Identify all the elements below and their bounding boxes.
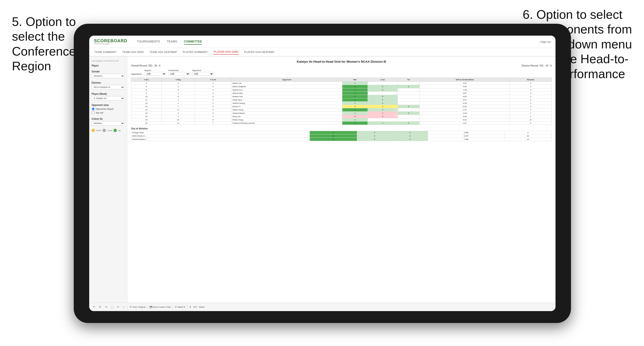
toolbar-undo[interactable]: ↩	[92, 305, 96, 309]
table-cell: -3.00	[420, 102, 510, 105]
table-cell: 3	[510, 92, 552, 95]
sidebar-colour-select[interactable]: Win/loss	[92, 121, 125, 125]
nav-tab-tournaments[interactable]: TOURNAMENTS	[137, 39, 160, 45]
sidebar-division-select[interactable]: NCAA Division III	[92, 85, 125, 89]
table-cell: 1	[342, 88, 368, 92]
sidebar-opponent-radio-1[interactable]	[92, 107, 95, 110]
legend-label-level: Level	[107, 129, 112, 132]
table-cell: 1	[342, 82, 368, 85]
toolbar-grid[interactable]: ⬚	[110, 305, 114, 309]
sidebar-opponent-radio-2[interactable]	[92, 111, 95, 114]
table-cell: 2	[342, 105, 368, 108]
toolbar-view-original[interactable]: 👁 View: Original	[130, 306, 146, 308]
nav-tab-committee[interactable]: COMMITTEE	[184, 39, 202, 45]
table-cell: 7	[195, 122, 232, 125]
sidebar-player-rank-select[interactable]: 8. Katelyn Vo	[92, 96, 125, 100]
sub-nav-team-summary[interactable]: TEAM SUMMARY	[94, 50, 117, 54]
sidebar-opponent-option-2[interactable]: Top 100	[92, 111, 125, 114]
table-cell: 0.30	[420, 118, 510, 122]
table-cell: 1	[342, 112, 368, 115]
table-cell: Emily Chang	[231, 118, 342, 122]
grid-title: Katelyn Vo Head-to-Head Grid for Women's…	[131, 60, 552, 63]
toolbar-redo[interactable]: ↪	[104, 305, 108, 309]
table-cell: 4	[510, 108, 552, 112]
table-cell: 1	[162, 92, 195, 95]
sidebar-gender-label: Gender	[92, 70, 125, 73]
region-filter-select[interactable]: (All)	[145, 72, 166, 76]
table-row: 522Alexis Sudjianto1004.003	[131, 85, 552, 88]
table-cell: 1.50	[420, 82, 510, 85]
grid-content: Katelyn Vo Head-to-Head Grid for Women's…	[127, 56, 556, 311]
table-row: 331Esther Lee11.504	[131, 82, 552, 85]
table-cell: Euna Lee	[231, 115, 342, 118]
table-cell: Eunice Yi	[231, 105, 342, 108]
table-cell: 1	[342, 108, 368, 112]
toolbar-sep-4	[187, 305, 188, 309]
sidebar-division-section: Division NCAA Division III	[92, 81, 125, 89]
table-cell: 0	[398, 112, 420, 115]
nav-tab-teams[interactable]: TEAMS	[167, 39, 177, 45]
sidebar-opponent-option-1[interactable]: Opponents Played	[92, 107, 125, 110]
table-cell: 5	[195, 108, 232, 112]
table-cell: 3	[162, 88, 195, 92]
table-cell: 0	[398, 122, 420, 125]
sign-out[interactable]: | Sign out	[540, 40, 551, 43]
tablet-screen: SCOREBOARD Powered by clippd TOURNAMENTS…	[89, 36, 556, 311]
table-cell: 3	[131, 82, 162, 85]
table-cell	[398, 108, 420, 112]
toolbar-save-custom-view[interactable]: 💾 Save Custom View	[150, 306, 171, 308]
table-cell: 1	[342, 92, 368, 95]
table-cell: 2	[368, 112, 398, 115]
table-cell	[398, 92, 420, 95]
table-cell: 6	[510, 122, 552, 125]
out-of-division-cell: 1	[310, 131, 357, 134]
legend-dot-level	[102, 129, 106, 132]
sub-nav-player-h2h-heatmap[interactable]: PLAYER H2H HEATMAP	[244, 50, 275, 54]
out-of-division-row: NCAA Division 25007.40010	[131, 138, 552, 141]
sidebar-gender-select[interactable]: Women's	[92, 74, 125, 78]
opponent-filter-select[interactable]: (All)	[192, 72, 214, 76]
table-cell: 3.67	[420, 92, 510, 95]
toolbar-sort[interactable]: ⬇⬆	[193, 306, 197, 308]
sub-nav-player-h2h-grid[interactable]: PLAYER H2H GRID	[213, 49, 239, 55]
table-cell	[398, 102, 420, 105]
out-of-division-cell: 0	[357, 131, 392, 134]
sub-nav-team-h2h-heatmap[interactable]: TEAM H2H HEATMAP	[149, 50, 178, 54]
table-cell: 0	[368, 85, 398, 88]
toolbar-watch[interactable]: 👁 Watch ▾	[175, 306, 185, 308]
out-of-division-cell: 15	[310, 134, 357, 138]
table-row: 20117Federica Domecq Lacroze2101.336	[131, 122, 552, 125]
table-cell: 6	[195, 118, 232, 122]
table-row: 1474Eunice Yi2200.389	[131, 105, 552, 108]
sub-nav-team-h2h-grid[interactable]: TEAM H2H GRID	[122, 50, 144, 54]
table-cell: 4	[195, 92, 232, 95]
table-cell: 0.38	[420, 105, 510, 108]
table-cell: 11	[510, 118, 552, 122]
out-of-division-row: Foreign Team1004.5002	[131, 131, 552, 134]
toolbar-enter[interactable]: ↵	[116, 305, 120, 309]
tablet-shell: SCOREBOARD Powered by clippd TOURNAMENTS…	[74, 24, 571, 323]
conference-filter-select[interactable]: (All)	[168, 72, 190, 76]
sub-nav-player-summary[interactable]: PLAYER SUMMARY	[182, 50, 208, 54]
toolbar-clock[interactable]: ○	[122, 305, 126, 309]
sidebar-gender-section: Gender Women's	[92, 70, 125, 78]
toolbar-upload[interactable]: ⬆	[189, 306, 191, 308]
out-of-division-cell: 0	[357, 134, 392, 138]
sidebar-timestamp: Last Updated: 27/03/2024 04:34	[92, 60, 125, 62]
legend-dot-up	[114, 129, 117, 132]
table-cell: 18	[131, 115, 162, 118]
toolbar-cancel[interactable]: ✕	[98, 305, 102, 309]
table-cell	[398, 98, 420, 102]
sidebar-opponent-option-1-label: Opponents Played	[96, 108, 113, 110]
table-cell: 2	[342, 95, 368, 98]
table-row: 633Sydney Kuo10-1.003	[131, 88, 552, 92]
table-cell: 4	[195, 105, 232, 108]
table-row: 914Sharon Mun13.673	[131, 92, 552, 95]
table-cell	[398, 82, 420, 85]
table-cell: 0	[368, 95, 398, 98]
table-cell: 11	[162, 122, 195, 125]
region-filter-label: Region	[145, 69, 166, 71]
toolbar-share[interactable]: Share	[199, 306, 204, 308]
table-cell: 1	[342, 98, 368, 102]
table-cell: 16	[131, 112, 162, 115]
